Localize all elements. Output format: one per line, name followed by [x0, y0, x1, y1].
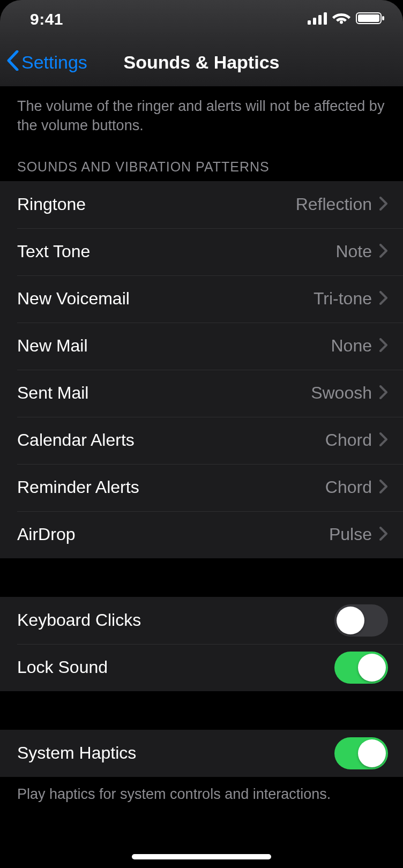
row-system-haptics: System Haptics [0, 730, 403, 777]
row-label: New Voicemail [17, 289, 130, 309]
row-value: Note [335, 242, 372, 261]
wifi-icon [332, 12, 350, 27]
nav-bar: Settings Sounds & Haptics [0, 39, 403, 87]
sounds-group: Ringtone Reflection Text Tone Note New V… [0, 181, 403, 558]
row-sent-mail[interactable]: Sent Mail Swoosh [0, 370, 403, 417]
svg-rect-6 [382, 16, 384, 20]
row-text-tone[interactable]: Text Tone Note [0, 228, 403, 275]
haptics-footer-text: Play haptics for system controls and int… [0, 777, 403, 815]
row-value: None [331, 336, 372, 356]
page-title: Sounds & Haptics [124, 52, 280, 73]
toggle-system-haptics[interactable] [334, 737, 388, 769]
toggle-lock-sound[interactable] [334, 652, 388, 684]
row-calendar-alerts[interactable]: Calendar Alerts Chord [0, 417, 403, 464]
row-label: Keyboard Clicks [17, 610, 141, 630]
row-label: Reminder Alerts [17, 477, 139, 497]
row-label: AirDrop [17, 525, 75, 544]
row-label: Sent Mail [17, 383, 88, 403]
row-value: Pulse [329, 525, 372, 544]
status-bar: 9:41 [0, 0, 403, 39]
chevron-right-icon [379, 338, 388, 354]
chevron-right-icon [379, 244, 388, 260]
row-label: Lock Sound [17, 657, 108, 677]
chevron-right-icon [379, 527, 388, 543]
haptics-group: System Haptics [0, 730, 403, 777]
row-ringtone[interactable]: Ringtone Reflection [0, 181, 403, 228]
chevron-right-icon [379, 432, 388, 448]
chevron-left-icon [6, 50, 19, 75]
group-spacer [0, 558, 403, 597]
cellular-icon [308, 12, 327, 27]
row-label: Calendar Alerts [17, 430, 135, 450]
svg-rect-0 [308, 20, 311, 25]
svg-rect-2 [318, 15, 322, 25]
row-value: Tri-tone [314, 289, 372, 309]
row-lock-sound: Lock Sound [0, 644, 403, 691]
status-time: 9:41 [30, 10, 63, 28]
status-icons [308, 12, 385, 27]
volume-footer-text: The volume of the ringer and alerts will… [0, 87, 403, 147]
row-reminder-alerts[interactable]: Reminder Alerts Chord [0, 464, 403, 511]
back-label: Settings [21, 52, 87, 73]
row-new-mail[interactable]: New Mail None [0, 323, 403, 370]
system-sounds-group: Keyboard Clicks Lock Sound [0, 597, 403, 691]
section-header-sounds: SOUNDS AND VIBRATION PATTERNS [0, 147, 403, 181]
svg-rect-1 [313, 18, 316, 25]
row-value: Swoosh [311, 383, 372, 403]
row-label: System Haptics [17, 743, 136, 763]
svg-rect-5 [358, 14, 379, 22]
chevron-right-icon [379, 480, 388, 496]
row-keyboard-clicks: Keyboard Clicks [0, 597, 403, 644]
row-value: Chord [325, 477, 372, 497]
chevron-right-icon [379, 385, 388, 401]
row-new-voicemail[interactable]: New Voicemail Tri-tone [0, 275, 403, 323]
row-label: Text Tone [17, 242, 90, 261]
svg-rect-3 [324, 12, 327, 25]
home-indicator[interactable] [132, 854, 271, 859]
row-label: Ringtone [17, 194, 86, 214]
row-value: Reflection [296, 194, 372, 214]
settings-sounds-haptics-screen: 9:41 Settings Sounds & Haptics The volum… [0, 0, 403, 868]
chevron-right-icon [379, 197, 388, 213]
row-airdrop[interactable]: AirDrop Pulse [0, 511, 403, 558]
chevron-right-icon [379, 291, 388, 307]
group-spacer [0, 691, 403, 730]
battery-icon [356, 12, 385, 27]
toggle-keyboard-clicks[interactable] [334, 604, 388, 637]
back-button[interactable]: Settings [6, 50, 87, 75]
row-label: New Mail [17, 336, 88, 356]
row-value: Chord [325, 430, 372, 450]
